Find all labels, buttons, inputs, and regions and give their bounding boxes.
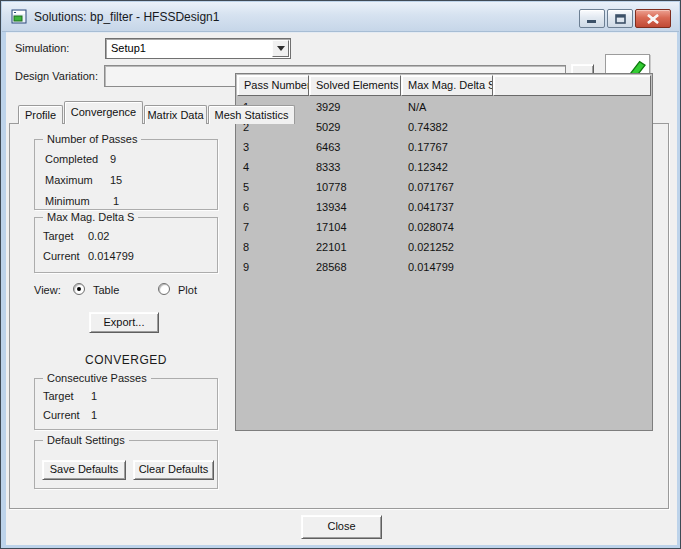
clear-defaults-button[interactable]: Clear Defaults <box>133 460 214 480</box>
pass-number-cell: 3 <box>243 137 249 157</box>
solved-elements-cell: 6463 <box>316 137 340 157</box>
current-row: Current 0.014799 <box>43 250 80 262</box>
delta-s-cell: 0.028074 <box>408 217 454 237</box>
solved-elements-cell: 3929 <box>316 97 340 117</box>
delta-s-cell: N/A <box>408 97 426 117</box>
tab-profile[interactable]: Profile <box>18 105 63 124</box>
tab-mesh-statistics[interactable]: Mesh Statistics <box>208 105 295 124</box>
view-table-label[interactable]: Table <box>93 284 119 296</box>
target-value: 0.02 <box>88 230 109 242</box>
consecutive-current-label: Current <box>43 409 80 421</box>
solved-elements-cell: 17104 <box>316 217 347 237</box>
maximum-label: Maximum <box>45 174 93 186</box>
tab-matrix-data[interactable]: Matrix Data <box>144 105 207 124</box>
table-row[interactable]: 4 8333 0.12342 <box>237 157 651 177</box>
default-settings-group: Default Settings Save Defaults Clear Def… <box>34 440 218 489</box>
simulation-label: Simulation: <box>15 42 69 54</box>
solved-elements-cell: 5029 <box>316 117 340 137</box>
simulation-select[interactable]: Setup1 <box>105 38 291 59</box>
minimum-row: Minimum 1 <box>45 195 90 207</box>
pass-number-cell: 5 <box>243 177 249 197</box>
maximize-button[interactable] <box>607 9 633 28</box>
close-window-button[interactable] <box>635 9 671 28</box>
delta-s-cell: 0.014799 <box>408 257 454 277</box>
consecutive-target-value: 1 <box>91 390 97 402</box>
maximize-icon <box>615 14 626 24</box>
completed-row: Completed 9 <box>45 153 98 165</box>
delta-s-cell: 0.74382 <box>408 117 448 137</box>
consecutive-target-row: Target 1 <box>43 390 74 402</box>
max-mag-delta-s-group: Max Mag. Delta S Target 0.02 Current 0.0… <box>34 217 218 273</box>
tab-convergence[interactable]: Convergence <box>64 101 143 124</box>
minimize-icon <box>587 14 597 23</box>
save-defaults-button[interactable]: Save Defaults <box>42 460 126 480</box>
column-header-solved-elements: Solved Elements <box>309 75 401 96</box>
solved-elements-cell: 10778 <box>316 177 347 197</box>
convergence-status: CONVERGED <box>34 353 218 367</box>
convergence-table: Pass Number Solved Elements Max Mag. Del… <box>235 73 653 431</box>
current-value: 0.014799 <box>88 250 134 262</box>
pass-number-cell: 4 <box>243 157 249 177</box>
table-row[interactable]: 7 17104 0.028074 <box>237 217 651 237</box>
delta-s-cell: 0.071767 <box>408 177 454 197</box>
minimum-label: Minimum <box>45 195 90 207</box>
close-button[interactable]: Close <box>301 515 382 539</box>
view-plot-label[interactable]: Plot <box>178 284 197 296</box>
number-of-passes-group: Number of Passes Completed 9 Maximum 15 … <box>34 139 218 210</box>
target-row: Target 0.02 <box>43 230 74 242</box>
delta-s-cell: 0.17767 <box>408 137 448 157</box>
table-row[interactable]: 9 28568 0.014799 <box>237 257 651 277</box>
title-bar[interactable]: Solutions: bp_filter - HFSSDesign1 <box>2 2 679 32</box>
solved-elements-cell: 13934 <box>316 197 347 217</box>
pass-number-cell: 8 <box>243 237 249 257</box>
close-icon <box>647 14 659 24</box>
export-button[interactable]: Export... <box>89 312 159 333</box>
combo-dropdown-button[interactable] <box>272 40 289 57</box>
table-row[interactable]: 5 10778 0.071767 <box>237 177 651 197</box>
pass-number-cell: 6 <box>243 197 249 217</box>
simulation-selected-value: Setup1 <box>111 42 146 54</box>
minimize-button[interactable] <box>579 9 605 28</box>
window-title: Solutions: bp_filter - HFSSDesign1 <box>34 10 219 24</box>
maximum-value: 15 <box>110 174 122 186</box>
completed-label: Completed <box>45 153 98 165</box>
dialog-client-area: Simulation: Setup1 Design Variation: ...… <box>6 32 677 545</box>
consecutive-passes-title: Consecutive Passes <box>43 372 151 384</box>
chevron-down-icon <box>277 46 285 51</box>
consecutive-current-row: Current 1 <box>43 409 80 421</box>
table-row[interactable]: 1 3929 N/A <box>237 97 651 117</box>
view-plot-radio[interactable] <box>158 283 170 295</box>
completed-value: 9 <box>110 153 116 165</box>
table-row[interactable]: 8 22101 0.021252 <box>237 237 651 257</box>
table-row[interactable]: 2 5029 0.74382 <box>237 117 651 137</box>
view-table-radio[interactable] <box>73 283 85 295</box>
consecutive-target-label: Target <box>43 390 74 402</box>
app-window-icon <box>11 9 27 25</box>
target-label: Target <box>43 230 74 242</box>
table-row[interactable]: 6 13934 0.041737 <box>237 197 651 217</box>
delta-s-cell: 0.021252 <box>408 237 454 257</box>
max-mag-delta-s-title: Max Mag. Delta S <box>43 211 138 223</box>
default-settings-title: Default Settings <box>43 434 129 446</box>
column-header-max-mag-delta-s: Max Mag. Delta S <box>401 75 493 96</box>
solved-elements-cell: 28568 <box>316 257 347 277</box>
solved-elements-cell: 22101 <box>316 237 347 257</box>
view-label: View: <box>34 284 61 296</box>
consecutive-current-value: 1 <box>91 409 97 421</box>
table-row[interactable]: 3 6463 0.17767 <box>237 137 651 157</box>
design-variation-label: Design Variation: <box>15 70 98 82</box>
delta-s-cell: 0.12342 <box>408 157 448 177</box>
minimum-value: 1 <box>113 195 119 207</box>
pass-number-cell: 7 <box>243 217 249 237</box>
consecutive-passes-group: Consecutive Passes Target 1 Current 1 <box>34 378 218 430</box>
delta-s-cell: 0.041737 <box>408 197 454 217</box>
solutions-dialog: Solutions: bp_filter - HFSSDesign1 Simul… <box>0 0 681 549</box>
solved-elements-cell: 8333 <box>316 157 340 177</box>
column-header-pass-number: Pass Number <box>237 75 309 96</box>
number-of-passes-title: Number of Passes <box>43 133 141 145</box>
maximum-row: Maximum 15 <box>45 174 93 186</box>
current-label: Current <box>43 250 80 262</box>
pass-number-cell: 9 <box>243 257 249 277</box>
column-header-empty <box>493 75 651 96</box>
